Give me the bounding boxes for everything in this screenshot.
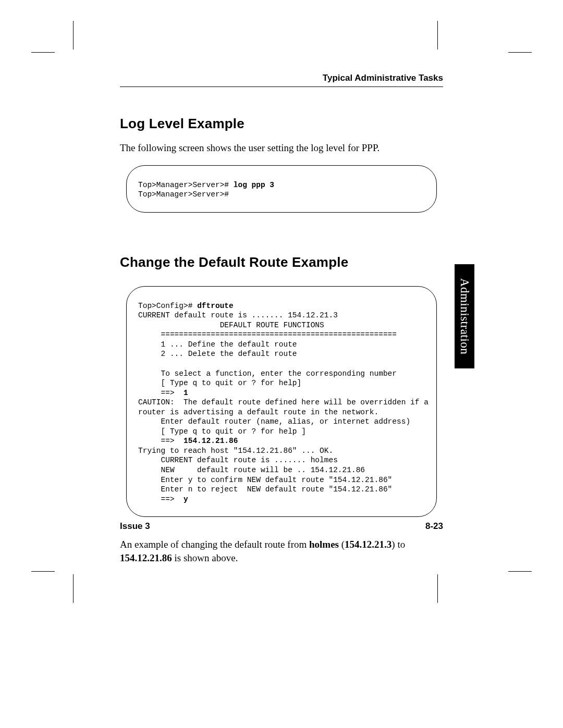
side-tab-label: Administration bbox=[458, 278, 471, 354]
terminal-box-log: Top>Manager>Server># log ppp 3 Top>Manag… bbox=[126, 165, 437, 213]
crop-mark bbox=[31, 571, 55, 572]
footer-page: 8-23 bbox=[425, 521, 443, 532]
crop-mark bbox=[508, 571, 532, 572]
page: Administration Typical Administrative Ta… bbox=[0, 0, 563, 728]
section2-outro: An example of changing the default route… bbox=[120, 538, 443, 564]
crop-mark bbox=[73, 574, 74, 603]
crop-mark bbox=[73, 21, 74, 50]
terminal-text: Top>Manager>Server># log ppp 3 Top>Manag… bbox=[138, 180, 425, 200]
running-header: Typical Administrative Tasks bbox=[120, 73, 443, 87]
crop-mark bbox=[31, 52, 55, 53]
terminal-text: Top>Config># dftroute CURRENT default ro… bbox=[138, 301, 425, 504]
side-tab: Administration bbox=[455, 264, 474, 368]
crop-mark bbox=[437, 574, 438, 603]
terminal-box-route: Top>Config># dftroute CURRENT default ro… bbox=[126, 286, 437, 517]
section-heading-default-route: Change the Default Route Example bbox=[120, 254, 443, 270]
content-area: Typical Administrative Tasks Log Level E… bbox=[120, 73, 443, 575]
crop-mark bbox=[508, 52, 532, 53]
crop-mark bbox=[437, 21, 438, 50]
section-heading-log-level: Log Level Example bbox=[120, 116, 443, 132]
page-footer: Issue 3 8-23 bbox=[120, 521, 443, 532]
section1-intro: The following screen shows the user sett… bbox=[120, 141, 443, 155]
footer-issue: Issue 3 bbox=[120, 521, 150, 532]
